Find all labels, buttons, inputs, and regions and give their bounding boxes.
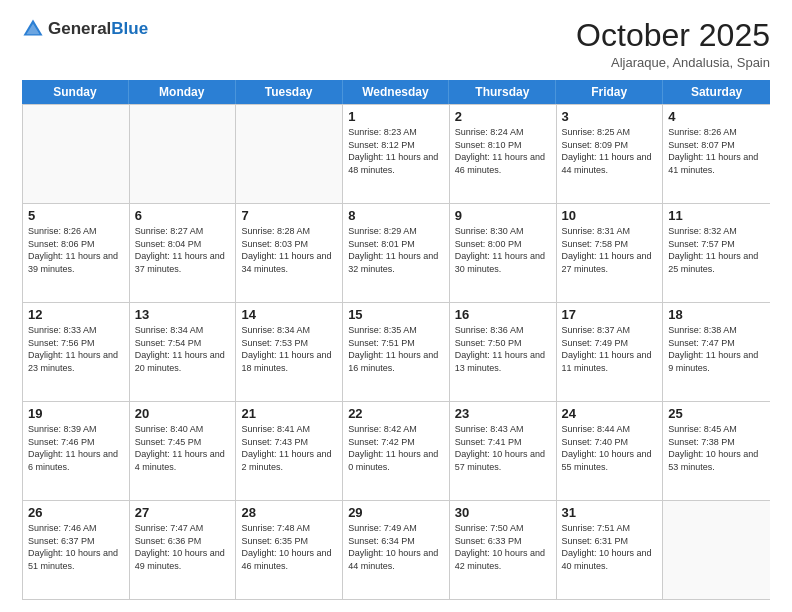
day-number: 6 xyxy=(135,208,231,223)
day-number: 5 xyxy=(28,208,124,223)
day-number: 14 xyxy=(241,307,337,322)
logo: GeneralBlue xyxy=(22,18,148,40)
day-of-week-tuesday: Tuesday xyxy=(236,80,343,104)
day-cell-29: 29Sunrise: 7:49 AM Sunset: 6:34 PM Dayli… xyxy=(343,501,450,599)
day-number: 19 xyxy=(28,406,124,421)
day-of-week-wednesday: Wednesday xyxy=(343,80,450,104)
day-cell-27: 27Sunrise: 7:47 AM Sunset: 6:36 PM Dayli… xyxy=(130,501,237,599)
day-number: 25 xyxy=(668,406,765,421)
day-cell-9: 9Sunrise: 8:30 AM Sunset: 8:00 PM Daylig… xyxy=(450,204,557,302)
day-cell-8: 8Sunrise: 8:29 AM Sunset: 8:01 PM Daylig… xyxy=(343,204,450,302)
day-of-week-saturday: Saturday xyxy=(663,80,770,104)
day-cell-15: 15Sunrise: 8:35 AM Sunset: 7:51 PM Dayli… xyxy=(343,303,450,401)
cell-info: Sunrise: 8:26 AM Sunset: 8:06 PM Dayligh… xyxy=(28,225,124,275)
day-cell-21: 21Sunrise: 8:41 AM Sunset: 7:43 PM Dayli… xyxy=(236,402,343,500)
empty-cell xyxy=(663,501,770,599)
empty-cell xyxy=(130,105,237,203)
cell-info: Sunrise: 7:51 AM Sunset: 6:31 PM Dayligh… xyxy=(562,522,658,572)
day-cell-10: 10Sunrise: 8:31 AM Sunset: 7:58 PM Dayli… xyxy=(557,204,664,302)
calendar-row-5: 26Sunrise: 7:46 AM Sunset: 6:37 PM Dayli… xyxy=(23,500,770,599)
day-cell-17: 17Sunrise: 8:37 AM Sunset: 7:49 PM Dayli… xyxy=(557,303,664,401)
day-number: 28 xyxy=(241,505,337,520)
day-number: 18 xyxy=(668,307,765,322)
day-number: 4 xyxy=(668,109,765,124)
cell-info: Sunrise: 8:45 AM Sunset: 7:38 PM Dayligh… xyxy=(668,423,765,473)
cell-info: Sunrise: 8:26 AM Sunset: 8:07 PM Dayligh… xyxy=(668,126,765,176)
calendar-row-3: 12Sunrise: 8:33 AM Sunset: 7:56 PM Dayli… xyxy=(23,302,770,401)
cell-info: Sunrise: 8:23 AM Sunset: 8:12 PM Dayligh… xyxy=(348,126,444,176)
day-number: 1 xyxy=(348,109,444,124)
day-cell-14: 14Sunrise: 8:34 AM Sunset: 7:53 PM Dayli… xyxy=(236,303,343,401)
cell-info: Sunrise: 8:32 AM Sunset: 7:57 PM Dayligh… xyxy=(668,225,765,275)
cell-info: Sunrise: 7:50 AM Sunset: 6:33 PM Dayligh… xyxy=(455,522,551,572)
day-number: 24 xyxy=(562,406,658,421)
day-cell-1: 1Sunrise: 8:23 AM Sunset: 8:12 PM Daylig… xyxy=(343,105,450,203)
month-title: October 2025 xyxy=(576,18,770,53)
day-cell-11: 11Sunrise: 8:32 AM Sunset: 7:57 PM Dayli… xyxy=(663,204,770,302)
day-cell-6: 6Sunrise: 8:27 AM Sunset: 8:04 PM Daylig… xyxy=(130,204,237,302)
cell-info: Sunrise: 8:35 AM Sunset: 7:51 PM Dayligh… xyxy=(348,324,444,374)
day-number: 11 xyxy=(668,208,765,223)
day-number: 2 xyxy=(455,109,551,124)
cell-info: Sunrise: 8:34 AM Sunset: 7:54 PM Dayligh… xyxy=(135,324,231,374)
day-number: 21 xyxy=(241,406,337,421)
day-number: 9 xyxy=(455,208,551,223)
cell-info: Sunrise: 8:24 AM Sunset: 8:10 PM Dayligh… xyxy=(455,126,551,176)
day-number: 7 xyxy=(241,208,337,223)
day-number: 10 xyxy=(562,208,658,223)
cell-info: Sunrise: 7:48 AM Sunset: 6:35 PM Dayligh… xyxy=(241,522,337,572)
day-number: 27 xyxy=(135,505,231,520)
calendar-header: SundayMondayTuesdayWednesdayThursdayFrid… xyxy=(22,80,770,104)
day-number: 8 xyxy=(348,208,444,223)
day-number: 23 xyxy=(455,406,551,421)
day-cell-5: 5Sunrise: 8:26 AM Sunset: 8:06 PM Daylig… xyxy=(23,204,130,302)
cell-info: Sunrise: 8:37 AM Sunset: 7:49 PM Dayligh… xyxy=(562,324,658,374)
cell-info: Sunrise: 8:40 AM Sunset: 7:45 PM Dayligh… xyxy=(135,423,231,473)
cell-info: Sunrise: 8:27 AM Sunset: 8:04 PM Dayligh… xyxy=(135,225,231,275)
empty-cell xyxy=(23,105,130,203)
calendar-row-1: 1Sunrise: 8:23 AM Sunset: 8:12 PM Daylig… xyxy=(23,104,770,203)
cell-info: Sunrise: 7:46 AM Sunset: 6:37 PM Dayligh… xyxy=(28,522,124,572)
day-cell-23: 23Sunrise: 8:43 AM Sunset: 7:41 PM Dayli… xyxy=(450,402,557,500)
day-cell-13: 13Sunrise: 8:34 AM Sunset: 7:54 PM Dayli… xyxy=(130,303,237,401)
cell-info: Sunrise: 8:31 AM Sunset: 7:58 PM Dayligh… xyxy=(562,225,658,275)
cell-info: Sunrise: 8:29 AM Sunset: 8:01 PM Dayligh… xyxy=(348,225,444,275)
cell-info: Sunrise: 8:34 AM Sunset: 7:53 PM Dayligh… xyxy=(241,324,337,374)
day-cell-18: 18Sunrise: 8:38 AM Sunset: 7:47 PM Dayli… xyxy=(663,303,770,401)
day-cell-12: 12Sunrise: 8:33 AM Sunset: 7:56 PM Dayli… xyxy=(23,303,130,401)
logo-text-general: General xyxy=(48,20,111,39)
calendar-body: 1Sunrise: 8:23 AM Sunset: 8:12 PM Daylig… xyxy=(22,104,770,600)
day-cell-26: 26Sunrise: 7:46 AM Sunset: 6:37 PM Dayli… xyxy=(23,501,130,599)
day-of-week-thursday: Thursday xyxy=(449,80,556,104)
day-number: 16 xyxy=(455,307,551,322)
day-number: 17 xyxy=(562,307,658,322)
day-number: 22 xyxy=(348,406,444,421)
day-cell-31: 31Sunrise: 7:51 AM Sunset: 6:31 PM Dayli… xyxy=(557,501,664,599)
cell-info: Sunrise: 8:39 AM Sunset: 7:46 PM Dayligh… xyxy=(28,423,124,473)
cell-info: Sunrise: 8:41 AM Sunset: 7:43 PM Dayligh… xyxy=(241,423,337,473)
empty-cell xyxy=(236,105,343,203)
page: GeneralBlue October 2025 Aljaraque, Anda… xyxy=(0,0,792,612)
day-cell-20: 20Sunrise: 8:40 AM Sunset: 7:45 PM Dayli… xyxy=(130,402,237,500)
day-cell-22: 22Sunrise: 8:42 AM Sunset: 7:42 PM Dayli… xyxy=(343,402,450,500)
cell-info: Sunrise: 8:33 AM Sunset: 7:56 PM Dayligh… xyxy=(28,324,124,374)
cell-info: Sunrise: 8:28 AM Sunset: 8:03 PM Dayligh… xyxy=(241,225,337,275)
calendar: SundayMondayTuesdayWednesdayThursdayFrid… xyxy=(22,80,770,600)
logo-icon xyxy=(22,18,44,40)
location: Aljaraque, Andalusia, Spain xyxy=(576,55,770,70)
day-of-week-sunday: Sunday xyxy=(22,80,129,104)
header-right: October 2025 Aljaraque, Andalusia, Spain xyxy=(576,18,770,70)
cell-info: Sunrise: 7:49 AM Sunset: 6:34 PM Dayligh… xyxy=(348,522,444,572)
day-cell-19: 19Sunrise: 8:39 AM Sunset: 7:46 PM Dayli… xyxy=(23,402,130,500)
calendar-row-2: 5Sunrise: 8:26 AM Sunset: 8:06 PM Daylig… xyxy=(23,203,770,302)
day-cell-2: 2Sunrise: 8:24 AM Sunset: 8:10 PM Daylig… xyxy=(450,105,557,203)
day-number: 20 xyxy=(135,406,231,421)
day-cell-24: 24Sunrise: 8:44 AM Sunset: 7:40 PM Dayli… xyxy=(557,402,664,500)
day-cell-30: 30Sunrise: 7:50 AM Sunset: 6:33 PM Dayli… xyxy=(450,501,557,599)
logo-text-blue: Blue xyxy=(111,20,148,39)
day-number: 12 xyxy=(28,307,124,322)
day-number: 29 xyxy=(348,505,444,520)
day-cell-16: 16Sunrise: 8:36 AM Sunset: 7:50 PM Dayli… xyxy=(450,303,557,401)
header: GeneralBlue October 2025 Aljaraque, Anda… xyxy=(22,18,770,70)
day-number: 31 xyxy=(562,505,658,520)
